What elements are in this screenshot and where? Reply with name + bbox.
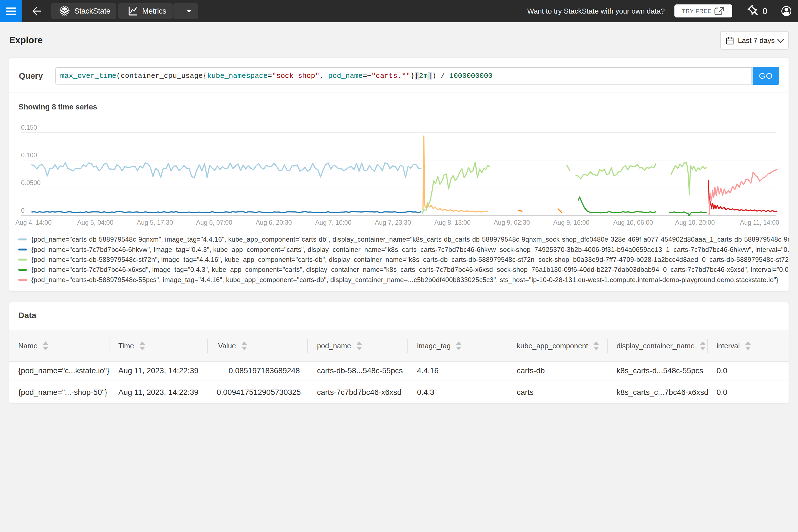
svg-text:0: 0 (762, 6, 767, 16)
